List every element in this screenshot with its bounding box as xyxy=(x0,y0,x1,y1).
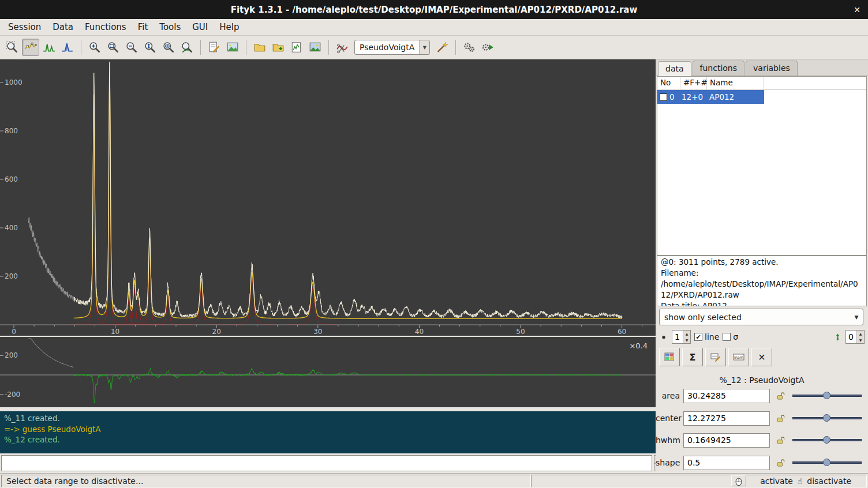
svg-text:400: 400 xyxy=(5,224,18,232)
lock-icon-center[interactable] xyxy=(775,414,787,423)
param-row-center: center xyxy=(656,410,868,427)
plot-style-controls: ▲▼ ✔ line σ ▲▼ xyxy=(659,328,865,346)
rename-button[interactable]: lnam xyxy=(728,348,749,366)
save-plot-button[interactable] xyxy=(288,39,305,56)
delete-button[interactable]: ✕ xyxy=(751,348,772,366)
status-mouse-hints: activate ☝ disactivate xyxy=(531,475,867,487)
shift-stepper[interactable]: ▲▼ xyxy=(845,330,865,344)
console-line: %_11 created. xyxy=(4,413,652,424)
lock-icon-hwhm[interactable] xyxy=(775,436,787,445)
lock-icon-area[interactable] xyxy=(775,391,787,401)
info-line: Filename: /home/aleplo/test/Desktop/IMAP… xyxy=(661,268,863,301)
menu-functions[interactable]: Functions xyxy=(79,20,132,35)
zoom-out-button[interactable] xyxy=(123,39,140,56)
info-line: @0: 3011 points, 2789 active. xyxy=(661,257,863,268)
tab-functions[interactable]: functions xyxy=(693,61,744,76)
lock-icon-shape[interactable] xyxy=(775,458,787,468)
svg-text:-200: -200 xyxy=(5,391,20,399)
residual-plot[interactable]: 200-200 ×0.4 xyxy=(0,337,656,407)
param-input-area[interactable] xyxy=(683,389,770,403)
dataset-table-button[interactable] xyxy=(659,348,680,366)
magnifier-vert-icon xyxy=(144,41,156,54)
save-image-button[interactable] xyxy=(306,39,324,56)
picture-icon xyxy=(309,41,321,54)
zoom-in-button[interactable] xyxy=(86,39,103,56)
close-icon[interactable]: ✕ xyxy=(854,0,860,19)
open-session-button[interactable] xyxy=(251,39,268,56)
zoom-mode-button[interactable] xyxy=(3,39,21,56)
shift-value[interactable] xyxy=(846,331,856,343)
param-row-shape: shape xyxy=(656,454,868,471)
function-title: %_12 : PseudoVoigtA xyxy=(656,376,868,385)
menu-gui[interactable]: GUI xyxy=(186,20,214,35)
mouse-hints-button[interactable] xyxy=(731,475,746,486)
menu-session[interactable]: Session xyxy=(2,20,47,35)
magnifier-box-icon xyxy=(107,41,119,54)
shift-icon xyxy=(833,332,842,342)
tab-variables[interactable]: variables xyxy=(746,61,798,76)
scissors-curve-icon xyxy=(336,41,349,54)
param-slider-hwhm[interactable] xyxy=(792,435,862,445)
console-line: %_12 created. xyxy=(4,434,652,445)
menu-help[interactable]: Help xyxy=(214,20,245,35)
add-peak-mode-button[interactable] xyxy=(40,39,58,56)
line-checkbox[interactable]: ✔ xyxy=(694,333,702,341)
main-plot[interactable]: 01020304050602004006008001000 xyxy=(0,59,656,336)
menu-tools[interactable]: Tools xyxy=(154,20,186,35)
menu-fit[interactable]: Fit xyxy=(132,20,154,35)
run-fit-button[interactable] xyxy=(479,39,496,56)
filter-dropdown[interactable]: show only selected ▼ xyxy=(659,309,863,325)
menu-data[interactable]: Data xyxy=(47,20,79,35)
param-row-area: area xyxy=(656,387,868,404)
sum-button[interactable]: Σ xyxy=(682,348,703,366)
dataset-checkbox[interactable] xyxy=(660,93,667,101)
command-input[interactable] xyxy=(1,455,652,471)
range-mode-button[interactable] xyxy=(22,39,39,56)
param-input-hwhm[interactable] xyxy=(683,433,770,448)
disactivate-hint: disactivate xyxy=(807,476,851,486)
point-size-stepper[interactable]: ▲▼ xyxy=(672,330,691,344)
open-data-button[interactable] xyxy=(270,39,287,56)
toolbar: PseudoVoigtA▼ xyxy=(0,36,868,59)
sigma-checkbox[interactable] xyxy=(723,333,731,341)
gui-dialog-button[interactable] xyxy=(224,39,241,56)
output-console: %_11 created.=-> guess PseudoVoigtA%_12 … xyxy=(0,411,656,453)
svg-text:10: 10 xyxy=(111,328,119,336)
tab-data[interactable]: data xyxy=(658,61,691,76)
mode-zoom-icon xyxy=(6,41,18,54)
zoom-prev-button[interactable] xyxy=(104,39,122,56)
rename-icon: lnam xyxy=(732,351,745,363)
point-size-value[interactable] xyxy=(672,331,683,343)
edit-script-button[interactable] xyxy=(205,39,223,56)
folder-icon xyxy=(253,41,266,54)
toolbar-separator xyxy=(455,40,456,55)
mode-peak-blue-icon xyxy=(61,41,74,54)
command-input-row: ▲ ▼ xyxy=(0,455,663,472)
param-input-shape[interactable] xyxy=(683,456,770,470)
auto-add-peak-button[interactable] xyxy=(433,39,451,56)
function-type-combo[interactable]: PseudoVoigtA▼ xyxy=(354,40,430,55)
zoom-all-button[interactable] xyxy=(160,39,177,56)
point-size-icon xyxy=(659,332,668,341)
zoom-vert-button[interactable] xyxy=(141,39,159,56)
param-slider-center[interactable] xyxy=(792,413,862,423)
param-label-shape: shape xyxy=(656,458,683,467)
dataset-row[interactable]: 012+0AP012 xyxy=(657,90,764,104)
param-input-center[interactable] xyxy=(683,411,770,426)
add-function-mode-button[interactable] xyxy=(59,39,76,56)
param-slider-shape[interactable] xyxy=(792,457,862,468)
settings-button[interactable] xyxy=(461,39,478,56)
toolbar-separator xyxy=(200,40,201,55)
transform-button[interactable] xyxy=(705,348,726,366)
menu-bar: SessionDataFunctionsFitToolsGUIHelp xyxy=(0,19,868,36)
zoom-undo-button[interactable] xyxy=(178,39,196,56)
gears-icon xyxy=(463,41,476,54)
run-gear-icon xyxy=(481,41,494,54)
param-slider-area[interactable] xyxy=(792,391,862,401)
strip-background-button[interactable] xyxy=(334,39,351,56)
dataset-list[interactable]: No#F+#Name 012+0AP012 xyxy=(657,76,867,256)
param-label-center: center xyxy=(656,414,683,423)
param-label-area: area xyxy=(656,391,683,400)
svg-text:50: 50 xyxy=(516,328,525,336)
paper-pencil-icon xyxy=(208,41,220,54)
